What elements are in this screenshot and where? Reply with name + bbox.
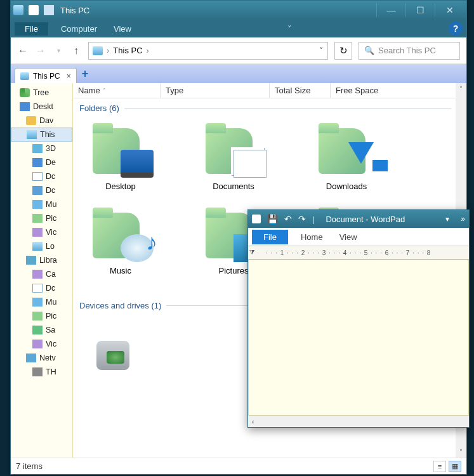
sidebar-item[interactable]: Vic [11, 337, 72, 351]
tree-icon [27, 130, 37, 139]
tree-icon [32, 312, 43, 321]
sidebar-item[interactable]: Pic [11, 211, 72, 225]
col-total[interactable]: Total Size [270, 83, 331, 98]
search-placeholder: Search This PC [378, 46, 436, 55]
sidebar-item[interactable]: Pic [11, 309, 72, 323]
sidebar-item[interactable]: TH [11, 365, 72, 379]
tree-icon [32, 158, 43, 167]
chevron-right-icon[interactable]: › [147, 46, 149, 55]
refresh-button[interactable]: ↻ [334, 42, 352, 60]
drive-local[interactable] [79, 319, 162, 379]
help-icon[interactable]: ? [449, 22, 463, 36]
customize-qa-icon[interactable]: ▾ [445, 215, 449, 223]
file-tab[interactable]: File [15, 22, 48, 36]
sidebar-item[interactable]: Vic [11, 225, 72, 239]
details-view-button[interactable]: ≡ [433, 461, 446, 472]
tree-icon [32, 144, 43, 153]
sidebar-item[interactable]: Mu [11, 197, 72, 211]
recent-dropdown-icon[interactable]: ▾ [53, 47, 64, 54]
sidebar-item[interactable]: Ca [11, 267, 72, 281]
folder-downloads[interactable]: Downloads [305, 122, 388, 191]
music-icon [121, 234, 154, 262]
minimize-button[interactable]: — [376, 3, 405, 17]
tab-label: This PC [33, 72, 60, 81]
close-button[interactable]: ✕ [435, 3, 464, 17]
undo-icon[interactable]: ↶ [284, 214, 292, 224]
tree-icon [26, 354, 36, 362]
sidebar-item[interactable]: Sa [11, 323, 72, 337]
properties-icon[interactable]: ✓ [29, 5, 39, 15]
monitor-icon [121, 150, 154, 178]
documents-icon [234, 150, 267, 178]
document-canvas[interactable] [248, 260, 469, 416]
maximize-button[interactable]: ☐ [405, 3, 435, 17]
sidebar-item[interactable]: De [11, 155, 72, 169]
address-bar[interactable]: › This PC › ˅ [88, 42, 328, 60]
sidebar-item[interactable]: Lo [11, 239, 72, 253]
ribbon-expand-icon[interactable]: ˅ [284, 22, 296, 36]
save-icon[interactable]: 💾 [267, 214, 278, 224]
tree-icon [26, 116, 36, 125]
col-type[interactable]: Type [161, 83, 270, 98]
sidebar-item-label: This [40, 130, 55, 139]
sidebar-item[interactable]: Dc [11, 169, 72, 183]
folder-documents[interactable]: Documents [192, 122, 275, 191]
tree-icon [32, 242, 43, 251]
new-tab-button[interactable]: + [82, 67, 89, 83]
sidebar-item-label: Vic [46, 340, 56, 348]
sidebar-item[interactable]: Dav [11, 114, 72, 128]
sidebar-item[interactable]: Netv [11, 351, 72, 365]
sidebar-item[interactable]: Mu [11, 295, 72, 309]
sidebar-item[interactable]: Dc [11, 183, 72, 197]
sidebar-item[interactable]: Dc [11, 281, 72, 295]
sidebar-item-label: De [46, 158, 56, 167]
sidebar-item-label: Libra [39, 256, 57, 265]
download-arrow-icon [348, 142, 374, 164]
sidebar-item-label: Dav [39, 116, 53, 125]
wp-view-tab[interactable]: View [336, 230, 361, 244]
titlebar[interactable]: ✓ This PC — ☐ ✕ [11, 1, 466, 20]
chevron-right-icon[interactable]: › [107, 46, 109, 55]
computer-tab[interactable]: Computer [57, 22, 101, 36]
sidebar-item[interactable]: 3D [11, 142, 72, 155]
wp-file-tab[interactable]: File [252, 230, 288, 244]
folder-desktop[interactable]: Desktop [79, 122, 162, 191]
scroll-down-icon[interactable]: ˅ [456, 447, 466, 458]
sidebar-item[interactable]: This [11, 128, 72, 142]
indent-marker-icon[interactable]: ⧩ [248, 249, 256, 256]
tab-this-pc[interactable]: This PC × [15, 68, 77, 83]
forward-button[interactable]: → [35, 45, 46, 56]
tree-icon [32, 214, 43, 223]
tree-icon [32, 172, 43, 181]
horizontal-scrollbar[interactable]: ‹ [248, 416, 469, 427]
group-folders-header[interactable]: Folders (6)˄ [79, 103, 460, 113]
icons-view-button[interactable]: ▦ [449, 461, 461, 472]
scroll-up-icon[interactable]: ˄ [456, 83, 466, 94]
status-bar: 7 items ≡ ▦ [11, 458, 466, 474]
tab-close-icon[interactable]: × [67, 72, 71, 81]
wordpad-window: 💾 ↶ ↷ | Document - WordPad ▾ » File Home… [247, 209, 470, 428]
breadcrumb[interactable]: This PC [113, 46, 142, 55]
column-headers: Name ˄ Type Total Size Free Space [73, 83, 466, 98]
scroll-left-icon[interactable]: ‹ [248, 418, 258, 425]
folder-music[interactable]: Music [79, 206, 162, 275]
sidebar-item[interactable]: Libra [11, 253, 72, 267]
ruler[interactable]: ⧩ · · · 1 · · · 2 · · · 3 · · · 4 · · · … [248, 246, 469, 260]
back-button[interactable]: ← [17, 45, 29, 56]
up-button[interactable]: ↑ [70, 45, 82, 56]
new-folder-icon[interactable] [44, 5, 54, 15]
sidebar-item[interactable]: Deskt [11, 100, 72, 114]
search-input[interactable]: 🔍 Search This PC [359, 42, 460, 60]
view-tab[interactable]: View [110, 22, 135, 36]
tree-sidebar[interactable]: TreeDesktDavThis3DDeDcDcMuPicVicLoLibraC… [11, 83, 73, 458]
redo-icon[interactable]: ↷ [298, 214, 306, 224]
wordpad-titlebar[interactable]: 💾 ↶ ↷ | Document - WordPad ▾ » [248, 210, 469, 228]
sort-asc-icon: ˄ [103, 88, 106, 94]
sidebar-item[interactable]: Tree [11, 86, 72, 100]
wp-home-tab[interactable]: Home [297, 230, 327, 244]
wordpad-sys-icon[interactable]: » [461, 215, 465, 223]
col-free[interactable]: Free Space [331, 83, 466, 98]
col-name[interactable]: Name ˄ [73, 83, 161, 98]
address-dropdown-icon[interactable]: ˅ [319, 46, 324, 55]
sidebar-item-label: Mu [46, 200, 56, 209]
